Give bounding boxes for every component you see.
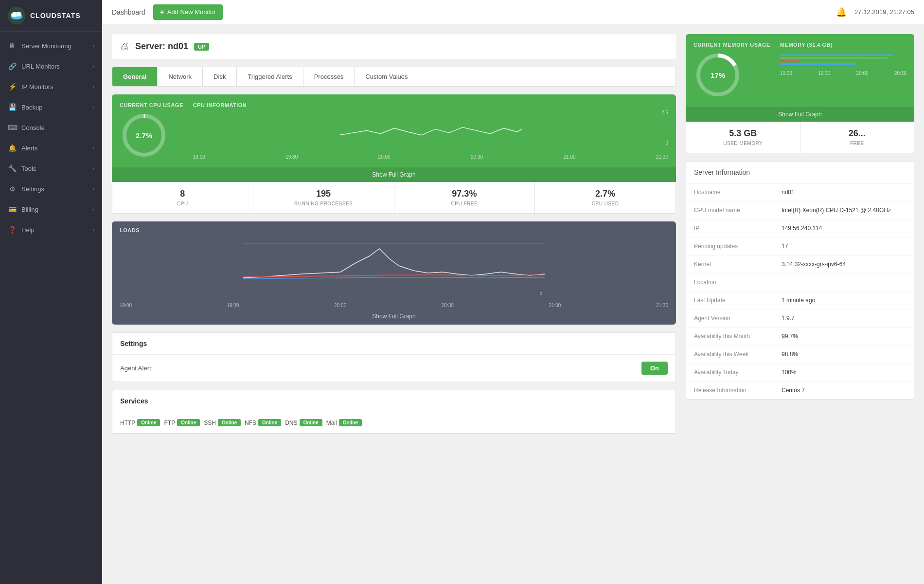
agent-alert-toggle[interactable]: On [641, 362, 668, 375]
tab-network[interactable]: Network [158, 67, 203, 86]
service-dns: DNS Online [285, 419, 322, 426]
memory-stats-row: 5.3 GB USED MEMORY 26... FREE [686, 122, 914, 153]
sidebar-item-label: IP Monitors [21, 83, 53, 91]
info-ip-key: IP [694, 225, 777, 232]
sidebar-item-label: Help [21, 226, 35, 234]
cpu-current-label: CURRENT CPU USAGE [120, 102, 183, 108]
info-availability-month-val: 99.7% [782, 333, 798, 340]
info-last-update-val: 1 minute ago [782, 297, 815, 304]
service-http-status: Online [137, 419, 160, 426]
sidebar-item-ip-monitors[interactable]: ⚡ IP Monitors › [0, 76, 102, 97]
cpu-free-key: CPU FREE [399, 201, 530, 206]
help-icon: ❓ [8, 226, 17, 234]
chevron-icon: › [92, 43, 94, 49]
server-header: 🖨 Server: nd01 UP [112, 34, 676, 59]
bell-icon[interactable]: 🔔 [836, 7, 847, 18]
loads-graph: 0 [112, 239, 676, 303]
cpu-current-section: CURRENT CPU USAGE 2.7% [120, 102, 183, 160]
info-availability-month: Availability this Month 99.7% [686, 328, 914, 346]
tab-disk[interactable]: Disk [203, 67, 237, 86]
sidebar: CLOUDSTATS 🖥 Server Monitoring › 🔗 URL M… [0, 0, 102, 584]
backup-icon: 💾 [8, 103, 17, 111]
memory-metric-card: CURRENT MEMORY USAGE 17% MEMORY (31.4 GB… [686, 34, 914, 122]
sidebar-logo: CLOUDSTATS [0, 0, 102, 32]
chevron-icon: › [92, 104, 94, 110]
info-availability-today-key: Availability Today [694, 369, 777, 376]
tab-custom-values[interactable]: Custom Values [355, 67, 418, 86]
cpu-free-stat: 97.3% CPU FREE [394, 182, 535, 213]
service-dns-name: DNS [285, 420, 297, 426]
add-monitor-button[interactable]: + Add New Monitor [153, 4, 223, 20]
chevron-icon: › [92, 84, 94, 90]
chevron-icon: › [92, 206, 94, 212]
service-dns-status: Online [300, 419, 322, 426]
tab-triggered-alerts[interactable]: Triggered Alerts [237, 67, 303, 86]
settings-card-header: Settings [112, 333, 675, 355]
service-nfs-name: NFS [245, 420, 256, 426]
sidebar-item-settings[interactable]: ⚙ Settings › [0, 179, 102, 199]
plus-icon: + [160, 8, 164, 17]
tools-icon: 🔧 [8, 164, 17, 172]
sidebar-item-url-monitors[interactable]: 🔗 URL Monitors › [0, 56, 102, 76]
service-http-name: HTTP [120, 420, 135, 426]
info-kernel-val: 3.14.32-xxxx-grs-ipv6-64 [782, 261, 846, 268]
cpu-info-label: CPU INFORMATION [193, 102, 668, 108]
service-mail: Mail Online [326, 419, 362, 426]
info-pending-updates: Pending updates 17 [686, 237, 914, 256]
free-memory-key: FREE [805, 141, 909, 146]
used-memory-key: USED MEMORY [691, 141, 795, 146]
svg-text:0: 0 [540, 291, 542, 296]
cpu-donut: 2.7% [120, 111, 168, 160]
services-row: HTTP Online FTP Online SSH Online NFS On… [112, 412, 675, 433]
cpu-stats-row: 8 CPU 195 RUNNING PROCESSES 97.3% CPU FR… [112, 182, 676, 214]
chevron-icon: › [92, 186, 94, 192]
chevron-icon: › [92, 165, 94, 171]
content-right: CURRENT MEMORY USAGE 17% MEMORY (31.4 GB… [686, 34, 914, 574]
info-availability-week: Availability this Week 98.8% [686, 346, 914, 364]
server-info-header: Server Information [686, 162, 914, 183]
info-cpu-model: CPU model name Intel(R) Xeon(R) CPU D-15… [686, 201, 914, 219]
info-hostname: Hostname nd01 [686, 183, 914, 201]
running-processes-value: 195 [258, 189, 389, 199]
sidebar-item-label: Console [21, 124, 45, 131]
cpu-free-value: 97.3% [399, 189, 530, 199]
loads-show-full-graph[interactable]: Show Full Graph [112, 308, 676, 325]
sidebar-item-alerts[interactable]: 🔔 Alerts › [0, 138, 102, 158]
used-memory-stat: 5.3 GB USED MEMORY [686, 122, 800, 153]
info-availability-week-key: Availability this Week [694, 351, 777, 358]
cpu-graph-section: CPU INFORMATION 2.5 0 19:00 19:30 20:00 [193, 102, 668, 160]
cpu-graph-max: 2.5 [661, 110, 668, 115]
services-card: Services HTTP Online FTP Online SSH Onli… [112, 390, 676, 434]
tab-processes[interactable]: Processes [303, 67, 355, 86]
sidebar-item-server-monitoring[interactable]: 🖥 Server Monitoring › [0, 36, 102, 56]
tab-general[interactable]: General [112, 67, 158, 86]
service-nfs-status: Online [258, 419, 281, 426]
cpu-show-full-graph[interactable]: Show Full Graph [112, 167, 676, 182]
sidebar-item-billing[interactable]: 💳 Billing › [0, 199, 102, 219]
running-processes-stat: 195 RUNNING PROCESSES [253, 182, 394, 213]
chevron-icon: › [92, 145, 94, 151]
alerts-icon: 🔔 [8, 144, 17, 152]
sidebar-item-tools[interactable]: 🔧 Tools › [0, 158, 102, 179]
info-ip-val: 149.56.240.114 [782, 225, 822, 232]
url-monitors-icon: 🔗 [8, 62, 17, 70]
info-availability-week-val: 98.8% [782, 351, 798, 358]
server-info-card: Server Information Hostname nd01 CPU mod… [686, 161, 914, 400]
server-title: Server: nd01 [135, 41, 188, 52]
service-mail-status: Online [339, 419, 362, 426]
dashboard-link[interactable]: Dashboard [112, 8, 145, 16]
info-kernel: Kernel 3.14.32-xxxx-grs-ipv6-64 [686, 256, 914, 274]
svg-point-3 [16, 12, 21, 17]
sidebar-item-label: Backup [21, 104, 42, 111]
ip-monitors-icon: ⚡ [8, 83, 17, 91]
info-last-update-key: Last Update [694, 297, 777, 304]
sidebar-item-console[interactable]: ⌨ Console [0, 117, 102, 138]
server-icon: 🖨 [120, 41, 129, 52]
sidebar-item-help[interactable]: ❓ Help › [0, 219, 102, 240]
info-kernel-key: Kernel [694, 261, 777, 268]
info-location-key: Location [694, 279, 777, 286]
mem-line-2 [780, 57, 888, 59]
memory-show-full-graph[interactable]: Show Full Graph [686, 107, 914, 122]
sidebar-item-backup[interactable]: 💾 Backup › [0, 97, 102, 117]
billing-icon: 💳 [8, 205, 17, 213]
